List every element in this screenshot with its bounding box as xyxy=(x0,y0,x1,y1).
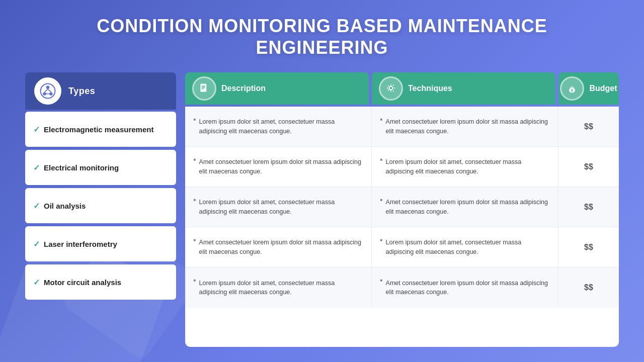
techniques-icon-circle xyxy=(379,76,403,101)
list-item: ✓ Laser interferometry xyxy=(25,226,176,261)
checkmark-icon: ✓ xyxy=(33,163,40,172)
types-column: Types ✓ Electromagnetic measurement ✓ El… xyxy=(25,72,176,347)
techniques-text: Amet consectetuer lorem ipsum dolor sit … xyxy=(386,198,550,217)
techniques-cell: • Lorem ipsum dolor sit amet, consectetu… xyxy=(372,147,558,187)
description-text: Lorem ipsum dolor sit amet, consectetuer… xyxy=(199,117,363,136)
document-icon xyxy=(198,82,210,95)
type-item-label: Electrical monitoring xyxy=(44,163,119,172)
bullet-icon: • xyxy=(380,154,383,166)
money-bag-icon: $ xyxy=(566,82,578,95)
bullet-icon: • xyxy=(380,114,383,126)
description-text: Amet consectetuer lorem ipsum dolor sit … xyxy=(199,157,363,176)
description-icon-circle xyxy=(192,76,216,101)
svg-rect-10 xyxy=(202,88,204,89)
techniques-header-label: Techniques xyxy=(408,84,452,93)
techniques-cell: • Amet consectetuer lorem ipsum dolor si… xyxy=(372,267,558,308)
table-row: • Amet consectetuer lorem ipsum dolor si… xyxy=(185,147,619,187)
techniques-header: Techniques xyxy=(372,72,555,105)
budget-value: $$ xyxy=(584,121,593,133)
svg-point-1 xyxy=(46,86,49,89)
type-item-label: Motor circuit analysis xyxy=(44,278,121,287)
budget-value: $$ xyxy=(584,282,593,294)
checkmark-icon: ✓ xyxy=(33,201,40,211)
techniques-text: Lorem ipsum dolor sit amet, consectetuer… xyxy=(386,157,550,176)
budget-cell: $$ xyxy=(558,187,619,227)
description-text: Lorem ipsum dolor sit amet, consectetuer… xyxy=(199,198,363,217)
svg-rect-9 xyxy=(202,87,205,88)
svg-rect-8 xyxy=(202,86,205,86)
bullet-icon: • xyxy=(193,234,196,246)
table-column: Description Techniques xyxy=(185,72,619,347)
budget-cell: $$ xyxy=(558,147,619,187)
bullet-icon: • xyxy=(193,154,196,166)
techniques-cell: • Lorem ipsum dolor sit amet, consectetu… xyxy=(372,227,558,267)
title-section: CONDITION MONITORING BASED MAINTENANCE E… xyxy=(25,15,619,58)
description-text: Lorem ipsum dolor sit amet, consectetuer… xyxy=(199,279,363,298)
types-header: Types xyxy=(25,72,176,110)
gear-lightbulb-icon xyxy=(385,82,397,95)
list-item: ✓ Electrical monitoring xyxy=(25,150,176,185)
description-text: Amet consectetuer lorem ipsum dolor sit … xyxy=(199,238,363,257)
types-icon-circle xyxy=(34,77,61,105)
budget-header: $ Budget xyxy=(558,72,619,105)
budget-icon-circle: $ xyxy=(560,76,584,101)
checkmark-icon: ✓ xyxy=(33,278,40,287)
type-item-label: Oil analysis xyxy=(44,202,86,210)
budget-value: $$ xyxy=(584,161,593,173)
description-cell: • Lorem ipsum dolor sit amet, consectetu… xyxy=(185,267,372,308)
description-header-label: Description xyxy=(221,84,266,93)
techniques-text: Amet consectetuer lorem ipsum dolor sit … xyxy=(386,279,550,298)
description-cell: • Lorem ipsum dolor sit amet, consectetu… xyxy=(185,187,372,227)
page-title: CONDITION MONITORING BASED MAINTENANCE E… xyxy=(25,15,619,58)
bullet-icon: • xyxy=(193,114,196,126)
budget-header-label: Budget xyxy=(589,84,617,93)
bullet-icon: • xyxy=(380,275,383,287)
bullet-icon: • xyxy=(193,275,196,287)
description-header: Description xyxy=(185,72,369,105)
svg-line-5 xyxy=(48,89,51,92)
svg-rect-7 xyxy=(200,84,206,92)
budget-cell: $$ xyxy=(558,267,619,308)
type-item-label: Laser interferometry xyxy=(44,240,117,248)
types-header-label: Types xyxy=(68,86,95,97)
bullet-icon: • xyxy=(380,194,383,206)
svg-point-12 xyxy=(390,87,392,89)
techniques-cell: • Amet consectetuer lorem ipsum dolor si… xyxy=(372,107,558,146)
bullet-icon: • xyxy=(193,194,196,206)
list-item: ✓ Oil analysis xyxy=(25,188,176,223)
table-body: • Lorem ipsum dolor sit amet, consectetu… xyxy=(185,107,619,347)
budget-value: $$ xyxy=(584,241,593,253)
description-cell: • Amet consectetuer lorem ipsum dolor si… xyxy=(185,227,372,267)
bullet-icon: • xyxy=(380,234,383,246)
techniques-text: Amet consectetuer lorem ipsum dolor sit … xyxy=(386,117,550,136)
page-container: CONDITION MONITORING BASED MAINTENANCE E… xyxy=(0,0,644,362)
checkmark-icon: ✓ xyxy=(33,239,40,249)
network-icon xyxy=(40,83,56,99)
list-item: ✓ Motor circuit analysis xyxy=(25,264,176,300)
techniques-cell: • Amet consectetuer lorem ipsum dolor si… xyxy=(372,187,558,227)
table-header: Description Techniques xyxy=(185,72,619,105)
budget-value: $$ xyxy=(584,201,593,213)
techniques-text: Lorem ipsum dolor sit amet, consectetuer… xyxy=(386,238,550,257)
budget-cell: $$ xyxy=(558,107,619,146)
table-row: • Amet consectetuer lorem ipsum dolor si… xyxy=(185,227,619,267)
svg-point-2 xyxy=(43,93,46,96)
main-content: Types ✓ Electromagnetic measurement ✓ El… xyxy=(25,72,619,347)
table-row: • Lorem ipsum dolor sit amet, consectetu… xyxy=(185,187,619,227)
table-row: • Lorem ipsum dolor sit amet, consectetu… xyxy=(185,267,619,308)
list-item: ✓ Electromagnetic measurement xyxy=(25,112,176,147)
svg-point-3 xyxy=(49,93,52,96)
type-item-label: Electromagnetic measurement xyxy=(44,125,153,134)
svg-line-4 xyxy=(45,89,48,92)
description-cell: • Amet consectetuer lorem ipsum dolor si… xyxy=(185,147,372,187)
description-cell: • Lorem ipsum dolor sit amet, consectetu… xyxy=(185,107,372,146)
table-row: • Lorem ipsum dolor sit amet, consectetu… xyxy=(185,107,619,147)
budget-cell: $$ xyxy=(558,227,619,267)
checkmark-icon: ✓ xyxy=(33,125,40,134)
svg-text:$: $ xyxy=(572,88,574,93)
